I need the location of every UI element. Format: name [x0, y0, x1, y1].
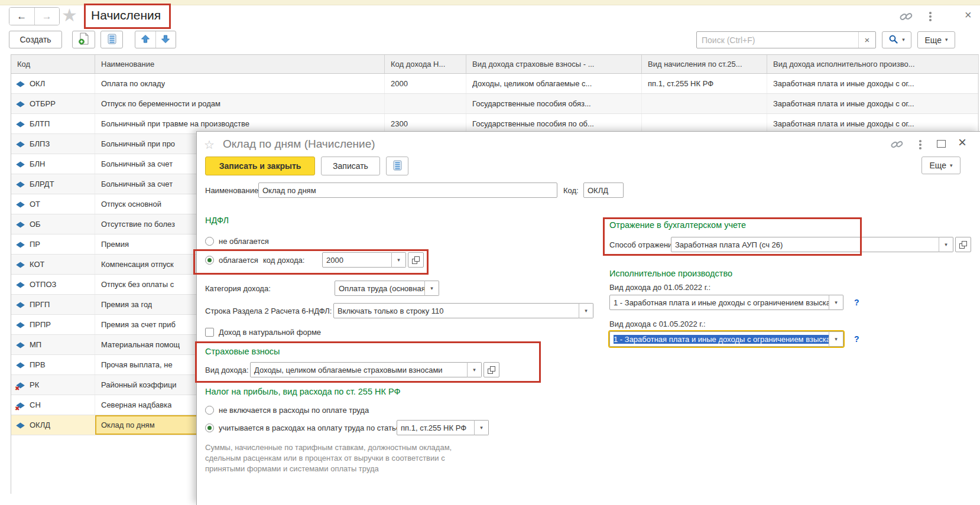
radio-not-included[interactable]: не включается в расходы по оплате труда: [205, 402, 369, 418]
writ-after-value: 1 - Заработная плата и иные доходы с огр…: [614, 335, 829, 344]
line6ndfl-combo[interactable]: Включать только в строку 110 ▾: [333, 303, 593, 318]
radio-taxed-label: облагается: [219, 256, 258, 265]
writ-before-combo[interactable]: 1 - Заработная плата и иные доходы с огр…: [609, 295, 843, 310]
table-row[interactable]: ✖ОТБРРОтпуск по беременности и родамГосу…: [11, 94, 978, 114]
new-item-button[interactable]: [72, 31, 95, 48]
row-code: ОКЛ: [30, 79, 45, 88]
col-header-art255[interactable]: Вид начисления по ст.25...: [642, 55, 767, 73]
col-header-insurance[interactable]: Вид дохода страховые взносы - ...: [466, 55, 642, 73]
natural-form-row[interactable]: Доход в натуральной форме: [205, 324, 321, 340]
chevron-down-icon[interactable]: ▾: [829, 295, 843, 310]
writ-after-help-link[interactable]: ?: [854, 334, 859, 344]
row-code: МП: [30, 340, 41, 349]
favorite-star-icon[interactable]: ★: [61, 5, 77, 25]
item-diamond-icon: ✖: [17, 100, 24, 107]
chevron-down-icon[interactable]: ▾: [391, 252, 406, 268]
dialog-close-icon[interactable]: ×: [958, 134, 966, 151]
more-button-main[interactable]: Еще ▾: [917, 31, 955, 48]
article-combo[interactable]: пп.1, ст.255 НК РФ ▾: [397, 420, 489, 435]
search-box: ×: [696, 31, 876, 48]
col-header-code[interactable]: Код: [11, 55, 95, 73]
item-diamond-icon: ✖: [17, 301, 24, 308]
radio-included-label: учитывается в расходах на оплату труда п…: [219, 423, 403, 432]
col-header-name[interactable]: Наименование: [95, 55, 385, 73]
new-document-icon: [78, 32, 89, 47]
move-down-button[interactable]: [155, 31, 176, 48]
row-code: ОКЛД: [30, 421, 50, 429]
link-icon[interactable]: [899, 9, 913, 25]
forward-button[interactable]: →: [34, 8, 60, 25]
section-profit-tax-header: Налог на прибыль, вид расхода по ст. 255…: [205, 387, 401, 396]
reflection-open-button[interactable]: [955, 237, 971, 252]
save-and-close-button[interactable]: Записать и закрыть: [205, 157, 315, 175]
income-code-open-button[interactable]: [408, 252, 424, 268]
table-row[interactable]: ✖ОКЛОплата по окладу2000Доходы, целиком …: [11, 74, 978, 94]
list-settings-button[interactable]: [100, 31, 123, 48]
save-and-close-label: Записать и закрыть: [219, 161, 301, 171]
search-input[interactable]: [697, 32, 858, 48]
col-header-writ[interactable]: Вид дохода исполнительного произво...: [767, 55, 978, 73]
writ-after-label: Вид дохода с 01.05.2022 г.:: [609, 320, 706, 328]
income-code-combo[interactable]: 2000 ▾: [322, 252, 424, 268]
article-value: пп.1, ст.255 НК РФ: [401, 423, 466, 432]
dialog-maximize-icon[interactable]: [937, 140, 946, 148]
item-diamond-icon: ✖: [17, 141, 24, 148]
chevron-down-icon[interactable]: ▾: [474, 420, 489, 435]
income-code-label: код дохода:: [263, 252, 304, 268]
item-diamond-icon: ✖: [17, 422, 24, 429]
item-diamond-icon: ✖: [17, 120, 24, 128]
save-button[interactable]: Записать: [321, 157, 380, 175]
deletion-mark-icon: ✖: [15, 385, 20, 392]
deletion-mark-icon: ✖: [15, 405, 20, 412]
dialog-list-button[interactable]: [386, 157, 408, 175]
insurance-income-type-combo[interactable]: Доходы, целиком облагаемые страховыми вз…: [250, 362, 499, 377]
open-icon: [959, 241, 967, 249]
writ-before-help-link[interactable]: ?: [854, 298, 859, 307]
name-label: Наименование:: [205, 183, 261, 198]
chevron-down-icon[interactable]: ▾: [829, 331, 843, 347]
radio-included[interactable]: [205, 423, 214, 432]
move-up-button[interactable]: [135, 31, 155, 48]
dialog-favorite-star-icon[interactable]: ☆: [204, 138, 215, 152]
row-writ-cell: Заработная плата и иные доходы с ог...: [767, 74, 978, 93]
clear-search-button[interactable]: ×: [858, 32, 875, 48]
back-button[interactable]: ←: [9, 8, 34, 25]
item-diamond-icon: ✖: [17, 382, 24, 389]
item-diamond-icon: ✖: [17, 161, 24, 168]
chevron-down-icon[interactable]: ▾: [939, 237, 953, 252]
row-code: ОТ: [30, 200, 40, 208]
history-nav-group: ← →: [9, 7, 60, 25]
writ-after-combo[interactable]: 1 - Заработная плата и иные доходы с огр…: [609, 331, 843, 347]
chevron-down-icon[interactable]: ▾: [467, 362, 482, 377]
search-button[interactable]: ▾: [882, 31, 911, 48]
radio-taxed-row: облагается: [205, 252, 258, 268]
list-icon: [108, 34, 116, 46]
back-arrow-icon: ←: [17, 11, 27, 22]
reflection-method-combo[interactable]: Заработная плата АУП (сч 26) ▾: [671, 237, 971, 252]
name-input[interactable]: Оклад по дням: [258, 183, 557, 198]
chevron-down-icon[interactable]: ▾: [424, 281, 439, 296]
dialog-more-button[interactable]: Еще ▾: [921, 157, 960, 174]
close-window-icon[interactable]: ×: [965, 8, 972, 22]
row-code: ПР: [30, 240, 40, 249]
create-button[interactable]: Создать: [9, 31, 62, 48]
line6ndfl-value: Включать только в строку 110: [338, 307, 444, 315]
radio-taxed[interactable]: [205, 256, 214, 265]
natural-form-checkbox[interactable]: [205, 328, 214, 337]
kebab-menu-icon[interactable]: [929, 12, 932, 21]
dialog-link-icon[interactable]: [890, 138, 904, 153]
move-buttons-group: [135, 31, 176, 48]
category-combo[interactable]: Оплата труда (основная ▾: [335, 281, 439, 296]
category-value: Оплата труда (основная: [339, 284, 425, 293]
item-diamond-icon: ✖: [17, 261, 24, 268]
dialog-kebab-menu-icon[interactable]: [919, 140, 921, 149]
create-button-label: Создать: [20, 35, 51, 44]
row-code: ОТБРР: [30, 99, 56, 108]
code-input[interactable]: ОКЛД: [583, 183, 624, 198]
chevron-down-icon[interactable]: ▾: [579, 303, 593, 318]
insurance-open-button[interactable]: [483, 362, 499, 377]
row-code: БЛТП: [30, 119, 50, 128]
col-header-income-code[interactable]: Код дохода Н...: [385, 55, 466, 73]
radio-not-taxed[interactable]: не облагается: [205, 233, 269, 249]
radio-circle: [205, 237, 214, 246]
